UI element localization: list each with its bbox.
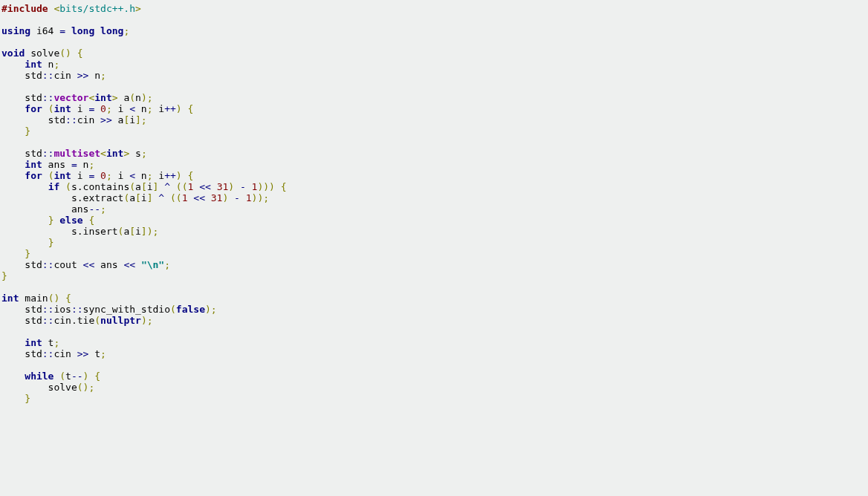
code-token: = bbox=[71, 159, 77, 170]
code-token: ) bbox=[205, 304, 211, 315]
code-token: ; bbox=[54, 59, 59, 70]
code-token: cin bbox=[54, 348, 77, 359]
code-token: << bbox=[83, 259, 95, 270]
code-token: } bbox=[48, 237, 54, 248]
code-token: std bbox=[1, 348, 42, 359]
code-token: if bbox=[48, 181, 60, 192]
code-token: i bbox=[135, 226, 141, 237]
code-token: n bbox=[42, 59, 54, 70]
code-token: ) bbox=[176, 170, 182, 181]
code-token: ; bbox=[54, 337, 59, 348]
code-token bbox=[205, 192, 211, 203]
code-token: ( bbox=[94, 315, 100, 326]
code-token: { bbox=[94, 371, 100, 382]
code-token: i bbox=[147, 181, 153, 192]
code-token: ; bbox=[147, 170, 153, 181]
code-token: (( bbox=[176, 181, 188, 192]
code-token: else bbox=[59, 215, 82, 226]
code-token bbox=[182, 170, 188, 181]
code-token: #include bbox=[1, 3, 48, 14]
code-token bbox=[1, 103, 25, 114]
code-token bbox=[234, 181, 240, 192]
code-token: ; bbox=[141, 148, 147, 159]
code-token: int bbox=[25, 59, 42, 70]
code-token: t bbox=[42, 337, 54, 348]
code-token: < bbox=[100, 148, 106, 159]
code-token bbox=[158, 181, 164, 192]
code-token bbox=[135, 259, 141, 270]
code-token: { bbox=[188, 103, 194, 114]
code-token: << bbox=[123, 259, 135, 270]
code-token: void bbox=[1, 48, 25, 59]
code-token: vector bbox=[54, 92, 88, 103]
code-token: ; bbox=[263, 192, 269, 203]
code-token bbox=[42, 170, 48, 181]
code-token: std bbox=[1, 70, 42, 81]
code-token: >> bbox=[77, 348, 89, 359]
code-token: } bbox=[1, 270, 7, 281]
code-token: [ bbox=[135, 192, 141, 203]
code-token: > bbox=[112, 92, 118, 103]
code-token: ] bbox=[147, 192, 153, 203]
code-token: nullptr bbox=[100, 315, 141, 326]
code-token: int bbox=[54, 170, 71, 181]
code-token: i bbox=[129, 114, 135, 125]
code-token: multiset bbox=[54, 148, 100, 159]
code-token: int bbox=[25, 159, 42, 170]
code-token bbox=[71, 48, 77, 59]
code-token: int bbox=[54, 103, 71, 114]
code-token: s.insert bbox=[1, 226, 118, 237]
code-token: ^ bbox=[164, 181, 170, 192]
code-token bbox=[182, 103, 188, 114]
code-token: -- bbox=[88, 203, 100, 215]
code-token: s.extract bbox=[1, 192, 123, 203]
code-token: s.contains bbox=[71, 181, 129, 192]
code-token: ; bbox=[88, 159, 94, 170]
code-token: ios bbox=[54, 304, 71, 315]
code-token: :: bbox=[42, 148, 54, 159]
code-token: { bbox=[88, 215, 94, 226]
code-token: 31 bbox=[217, 181, 229, 192]
code-token bbox=[1, 125, 25, 137]
code-token: ; bbox=[141, 114, 147, 125]
code-token bbox=[1, 371, 25, 382]
code-token: std bbox=[1, 304, 42, 315]
code-token: ans bbox=[94, 259, 123, 270]
code-token: 1 bbox=[246, 192, 252, 203]
code-token bbox=[246, 181, 252, 192]
code-token: } bbox=[25, 393, 30, 404]
code-token: 0 bbox=[100, 103, 106, 114]
code-token: () bbox=[77, 382, 89, 393]
code-token: - bbox=[240, 181, 246, 192]
code-token: sync_with_stdio bbox=[83, 304, 170, 315]
code-token bbox=[42, 103, 48, 114]
code-token: ; bbox=[100, 348, 106, 359]
code-token: :: bbox=[42, 92, 54, 103]
code-token: ; bbox=[88, 382, 94, 393]
code-token: n bbox=[88, 70, 100, 81]
code-token: a bbox=[112, 114, 124, 125]
code-token bbox=[1, 159, 25, 170]
code-token: long long bbox=[71, 25, 123, 36]
code-token: :: bbox=[65, 114, 77, 125]
code-token bbox=[193, 181, 199, 192]
code-token: } bbox=[25, 248, 30, 259]
code-token: cin bbox=[77, 114, 100, 125]
code-token bbox=[59, 181, 65, 192]
code-token: ( bbox=[129, 181, 135, 192]
code-token: bits/stdc++.h bbox=[59, 3, 135, 14]
code-token: while bbox=[25, 371, 54, 382]
code-token: ; bbox=[147, 92, 153, 103]
code-token bbox=[1, 337, 25, 348]
code-token: >> bbox=[77, 70, 89, 81]
code-token: } bbox=[25, 125, 30, 137]
code-token bbox=[1, 181, 48, 192]
code-token: { bbox=[281, 181, 287, 192]
code-token: cout bbox=[54, 259, 82, 270]
code-token: using bbox=[1, 25, 30, 36]
code-token: () bbox=[48, 293, 60, 304]
code-token: cin.tie bbox=[54, 315, 94, 326]
code-token: ( bbox=[59, 371, 65, 382]
code-token: :: bbox=[42, 348, 54, 359]
code-token: std bbox=[1, 148, 42, 159]
